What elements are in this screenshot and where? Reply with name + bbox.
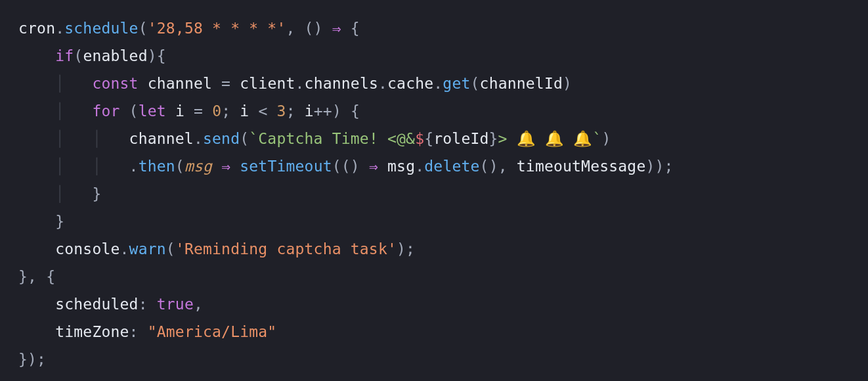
indent-guide: │: [18, 75, 92, 92]
prop-scheduled: scheduled: [55, 296, 138, 313]
dot: .: [120, 240, 129, 258]
string-timezone: "America/Lima": [148, 323, 277, 340]
brace: }: [92, 185, 101, 202]
ident-send: send: [203, 130, 240, 147]
ident-i: i: [175, 102, 184, 120]
ident-client: client: [240, 75, 295, 92]
ident-channel: channel: [129, 130, 194, 147]
string-warn-msg: 'Reminding captcha task': [175, 240, 397, 258]
ident-then: then: [139, 158, 175, 175]
ident-cron: cron: [18, 20, 55, 37]
paren: ));: [645, 158, 673, 175]
ident-get: get: [443, 75, 470, 92]
paren: );: [397, 240, 415, 258]
indent-guide: │: [18, 102, 92, 120]
paren: (: [471, 75, 480, 92]
ident-channel-id: channelId: [480, 75, 563, 92]
comma: , (): [286, 20, 332, 37]
paren: ){: [148, 47, 166, 64]
indent-guide: │: [18, 185, 92, 202]
ident-warn: warn: [129, 240, 166, 258]
dot: .: [129, 158, 139, 175]
indent-guide: [18, 47, 55, 64]
indent-guide: │ │: [18, 158, 129, 175]
kw-for: for: [92, 102, 119, 120]
template-backtick: `: [592, 130, 601, 147]
ident-delete: delete: [424, 158, 479, 175]
indent-guide: │ │: [18, 130, 129, 147]
semicolon: ;: [286, 102, 305, 120]
ident-timeout-message: timeoutMessage: [517, 158, 646, 175]
kw-let: let: [139, 102, 166, 120]
paren: (: [175, 158, 184, 175]
template-text: Captcha Time! <@&: [258, 130, 415, 147]
kw-if: if: [55, 47, 74, 64]
dot: .: [194, 130, 203, 147]
dot: .: [433, 75, 443, 92]
indent-guide: [18, 240, 55, 258]
paren: (),: [480, 158, 517, 175]
arrow: ⇒: [221, 158, 230, 175]
ident-channel: channel: [148, 75, 212, 92]
paren: (: [166, 240, 175, 258]
paren: (: [129, 102, 139, 120]
arrow: ⇒: [332, 20, 341, 37]
bell-icon: 🔔: [517, 130, 536, 147]
arrow: ⇒: [369, 158, 378, 175]
dot: .: [378, 75, 387, 92]
kw-true: true: [157, 296, 194, 313]
ident-schedule: schedule: [64, 20, 138, 37]
brace: {: [341, 20, 360, 37]
code-block[interactable]: cron.schedule('28,58 * * * *', () ⇒ { if…: [0, 0, 868, 373]
indent-guide: [18, 296, 55, 313]
ident-i: i: [305, 102, 314, 120]
brace: });: [18, 351, 46, 368]
param-msg: msg: [184, 158, 212, 175]
colon: :: [139, 296, 157, 313]
template-backtick: `: [249, 130, 258, 147]
ident-msg: msg: [387, 158, 415, 175]
ident-console: console: [55, 240, 119, 258]
spacer: [536, 130, 545, 147]
indent-guide: [18, 323, 55, 340]
paren: (: [240, 130, 249, 147]
string-cron-expr: '28,58 * * * *': [148, 20, 286, 37]
brace: }: [489, 130, 498, 147]
brace: }: [55, 213, 64, 230]
ident-channels: channels: [305, 75, 378, 92]
ident-enabled: enabled: [83, 47, 147, 64]
paren: ): [563, 75, 572, 92]
brace: }, {: [18, 268, 55, 285]
equals: =: [221, 75, 230, 92]
ident-settimeout: setTimeout: [240, 158, 332, 175]
dot: .: [295, 75, 305, 92]
prop-timezone: timeZone: [55, 323, 129, 340]
brace: {: [424, 130, 433, 147]
lt: <: [258, 102, 267, 120]
spacer: [564, 130, 573, 147]
ident-role-id: roleId: [433, 130, 488, 147]
paren: ): [602, 130, 611, 147]
equals: =: [194, 102, 203, 120]
paren: (: [139, 20, 148, 37]
ident-i: i: [240, 102, 249, 120]
num-zero: 0: [212, 102, 221, 120]
comma: ,: [194, 296, 203, 313]
space: [378, 158, 387, 175]
dot: .: [415, 158, 424, 175]
ident-cache: cache: [387, 75, 433, 92]
bell-icon: 🔔: [573, 130, 592, 147]
inc: ++) {: [314, 102, 360, 120]
template-tail: >: [498, 130, 517, 147]
colon: :: [129, 323, 148, 340]
num-three: 3: [277, 102, 286, 120]
kw-const: const: [92, 75, 138, 92]
paren: (: [74, 47, 83, 64]
indent-guide: [18, 213, 55, 230]
dot: .: [55, 20, 64, 37]
template-interp-open: $: [415, 130, 424, 147]
bell-icon: 🔔: [545, 130, 564, 147]
paren: ((): [332, 158, 369, 175]
semicolon: ;: [221, 102, 240, 120]
